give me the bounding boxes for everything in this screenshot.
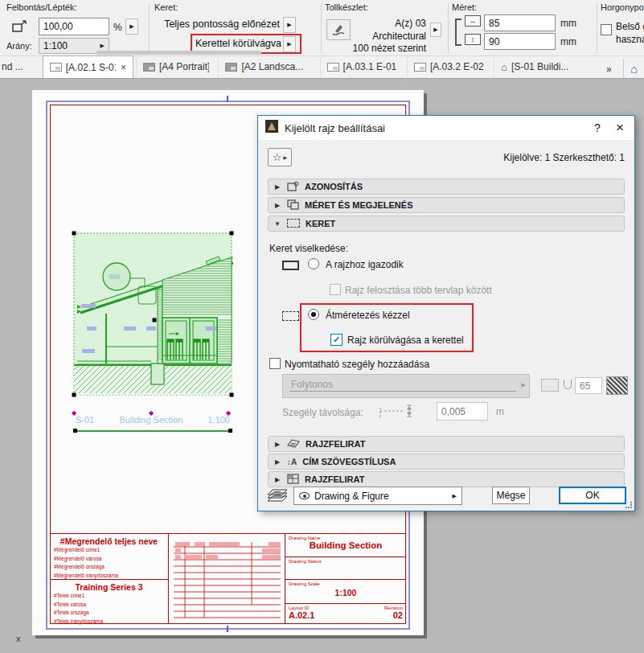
section-size-appearance[interactable]: ▶ MÉRET ÉS MEGJELENÉS bbox=[268, 197, 625, 213]
layers-icon bbox=[266, 488, 289, 506]
section-frame[interactable]: ▼ KERET bbox=[268, 216, 625, 232]
drawing-id: S-01 bbox=[76, 415, 94, 425]
selection-handle[interactable] bbox=[73, 429, 77, 433]
project-title: Training Series 3 bbox=[50, 580, 168, 592]
pen-icon bbox=[564, 380, 572, 389]
border-pattern-button[interactable] bbox=[606, 376, 628, 395]
info-box-toolbar: Felbontás/Lépték: 100,00 % ▶ Arány: 1:10… bbox=[0, 0, 644, 56]
section-drawing-title-2[interactable]: ▶ RAJZFELIRAT bbox=[268, 471, 625, 487]
layer-dropdown[interactable]: Drawing & Figure ▶ bbox=[293, 487, 462, 505]
tab-close-icon[interactable]: × bbox=[121, 63, 126, 72]
printable-border-checkbox[interactable] bbox=[269, 358, 281, 369]
resolution-section-label: Felbontás/Lépték: bbox=[6, 2, 76, 12]
tab-layout-a2-landscape[interactable]: [A2 Landsca... bbox=[218, 55, 317, 78]
building-section-drawing[interactable] bbox=[71, 227, 235, 412]
section-identification[interactable]: ▶ AZONOSÍTÁS bbox=[268, 179, 625, 195]
penset-button[interactable] bbox=[326, 19, 351, 40]
penset-flyout-button[interactable]: ▶ bbox=[430, 23, 441, 37]
resolution-input[interactable]: 100,00 bbox=[39, 18, 109, 35]
frame-crop-option[interactable]: Kerettel körülvágva bbox=[195, 38, 281, 49]
fit-to-drawing-radio[interactable] bbox=[308, 258, 319, 269]
offset-dimension-icon bbox=[377, 403, 414, 422]
drawing-settings-dialog: Kijelölt rajz beállításai ? × ☆ ▶ Kijelö… bbox=[257, 115, 635, 511]
toolbar-divider bbox=[149, 3, 150, 53]
pen-set-icon bbox=[330, 23, 347, 36]
dropdown-arrow-icon: ▶ bbox=[100, 43, 105, 49]
height-input[interactable]: 90 bbox=[484, 33, 556, 50]
title-underline bbox=[75, 430, 231, 432]
manual-resize-radio[interactable] bbox=[308, 309, 319, 320]
tab-layout-a031[interactable]: [A.03.1 E-01 ... bbox=[320, 55, 404, 78]
tab-layout-a4-portrait[interactable]: [A4 Portrait] bbox=[136, 55, 215, 78]
drawing-status-label: Drawing Status bbox=[285, 557, 406, 564]
section-drawing-title-1[interactable]: ▶ RAJZFELIRAT bbox=[268, 436, 625, 452]
penset-value: A(z) 03 Architectural 100 nézet szerint bbox=[352, 18, 426, 55]
crop-drawing-label: Rajz körülvágása a kerettel bbox=[347, 335, 464, 346]
ground bbox=[74, 363, 232, 395]
chain-link-icon[interactable] bbox=[455, 18, 461, 46]
frame-preview-option[interactable]: Teljes pontosság előnézet bbox=[158, 18, 280, 30]
tab-layout-a021-active[interactable]: [A.02.1 S-01 ... × bbox=[43, 55, 133, 78]
revision-label: Revision bbox=[384, 604, 403, 610]
navigator-button[interactable]: ⌂ bbox=[623, 59, 644, 78]
favorites-button[interactable]: ☆ ▶ bbox=[268, 148, 292, 166]
layout-id-label: Layout ID bbox=[285, 604, 314, 610]
cancel-button[interactable]: Mégse bbox=[492, 487, 530, 504]
border-offset-unit: m bbox=[496, 406, 504, 417]
text-style-icon: ↕A bbox=[287, 458, 297, 466]
client-title: #Megrendelő teljes neve bbox=[50, 534, 168, 546]
revision-table bbox=[169, 534, 285, 624]
section-title-text-style[interactable]: ▶ ↕A CÍM SZÖVEGSTÍLUSA bbox=[268, 454, 625, 470]
layout-id-value: A.02.1 bbox=[285, 610, 314, 620]
fit-frame-icon bbox=[282, 261, 299, 270]
close-button[interactable]: × bbox=[609, 117, 631, 139]
toolbar-scroll-indicator[interactable] bbox=[96, 51, 261, 55]
drawing-title[interactable]: ◆ ◆ ◆ S-01 Building Section 1:100 bbox=[71, 412, 235, 434]
manual-frame-icon bbox=[282, 311, 299, 321]
tab-overflow-button[interactable]: » bbox=[599, 60, 618, 78]
crop-drawing-checkbox[interactable]: ✓ bbox=[330, 334, 343, 346]
border-offset-input: 0,005 bbox=[437, 402, 488, 421]
width-unit: mm bbox=[560, 18, 576, 29]
tab-partial[interactable]: nd ... bbox=[0, 55, 39, 78]
titleblock-info-column: Drawing Name Building Section Drawing St… bbox=[285, 534, 406, 624]
page-center-tick bbox=[227, 96, 228, 102]
frame-behavior-label: Keret viselkedése: bbox=[269, 243, 348, 254]
split-layouts-checkbox bbox=[330, 284, 341, 295]
tab-layout-a032[interactable]: [A.03.2 E-02 ... bbox=[407, 55, 491, 78]
width-size-icon: ↔ bbox=[465, 15, 481, 27]
tab-bar: nd ... [A.02.1 S-01 ... × [A4 Portrait] … bbox=[0, 56, 644, 79]
ratio-label: Arány: bbox=[6, 41, 32, 51]
frame-preview-flyout-button[interactable]: ▶ bbox=[283, 17, 296, 33]
drawing-title-grid-icon bbox=[287, 474, 299, 486]
anchor-checkbox[interactable] bbox=[601, 24, 612, 35]
width-input[interactable]: 85 bbox=[484, 14, 556, 31]
frame-crop-flyout-button[interactable]: ▶ bbox=[283, 36, 296, 52]
drawing-name: Building Section bbox=[119, 415, 183, 425]
penset-section-label: Tollkészlet: bbox=[325, 2, 368, 12]
anchor-option-label: Belső or használ bbox=[616, 21, 644, 46]
windows bbox=[162, 318, 217, 363]
drawing-scale: 1:100 bbox=[207, 415, 230, 425]
help-button[interactable]: ? bbox=[586, 117, 609, 139]
layout-tab-icon bbox=[225, 63, 237, 72]
manual-resize-label: Átméretezés kézzel bbox=[326, 310, 410, 321]
tab-view-s01-section[interactable]: ⌂ [S-01 Buildi... bbox=[494, 55, 596, 78]
frame-section-label: Keret: bbox=[154, 2, 178, 12]
layout-tab-icon bbox=[414, 63, 426, 72]
dialog-resize-grip[interactable] bbox=[626, 502, 632, 508]
split-layouts-label: Rajz felosztása több tervlap között bbox=[345, 285, 492, 296]
border-linetype-dropdown: Folytonos ▶ bbox=[282, 374, 530, 398]
drawing-title-icon bbox=[287, 438, 300, 450]
resolution-flyout-button[interactable]: ▶ bbox=[125, 18, 138, 35]
height-unit: mm bbox=[560, 36, 576, 47]
border-pen-preview-icon bbox=[541, 379, 559, 392]
identification-icon bbox=[287, 181, 299, 193]
dialog-titlebar[interactable]: Kijelölt rajz beállításai ? × bbox=[258, 116, 634, 140]
dialog-title: Kijelölt rajz beállításai bbox=[285, 122, 385, 134]
revision-value: 02 bbox=[384, 610, 403, 620]
resolution-unit: % bbox=[113, 22, 122, 33]
ok-button[interactable]: OK bbox=[559, 487, 626, 504]
selection-handle[interactable] bbox=[228, 429, 232, 433]
drawing-scale-label: Drawing Scale bbox=[285, 580, 406, 586]
